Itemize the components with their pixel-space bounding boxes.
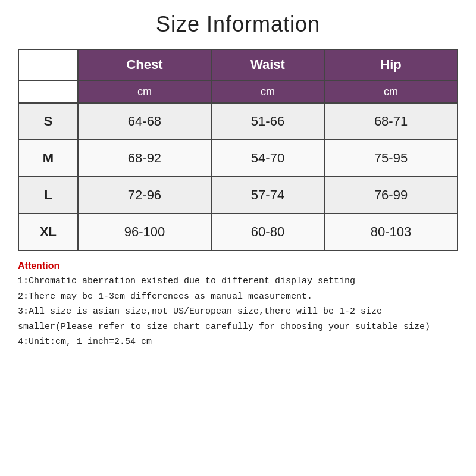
chest-s: 64-68 bbox=[78, 103, 211, 140]
attention-section: Attention 1:Chromatic aberration existed… bbox=[18, 261, 458, 350]
waist-xl: 60-80 bbox=[211, 214, 324, 250]
attention-note-4: 4:Unit:cm, 1 inch=2.54 cm bbox=[18, 334, 458, 350]
attention-note-1: 1:Chromatic aberration existed due to di… bbox=[18, 274, 458, 289]
attention-title: Attention bbox=[18, 261, 458, 271]
attention-note-3: 3:All size is asian size,not US/European… bbox=[18, 304, 458, 334]
hip-s: 68-71 bbox=[324, 103, 458, 140]
size-table: size Chest Waist Hip cm cm cm S 64-68 51… bbox=[18, 49, 458, 251]
hip-l: 76-99 bbox=[324, 177, 458, 214]
size-label-m: M bbox=[18, 140, 78, 177]
table-row: S 64-68 51-66 68-71 bbox=[18, 103, 458, 140]
table-row: XL 96-100 60-80 80-103 bbox=[18, 214, 458, 250]
unit-waist: cm bbox=[211, 80, 324, 103]
size-label-s: S bbox=[18, 103, 78, 140]
waist-l: 57-74 bbox=[211, 177, 324, 214]
size-label-l: L bbox=[18, 177, 78, 214]
chest-l: 72-96 bbox=[78, 177, 211, 214]
hip-m: 75-95 bbox=[324, 140, 458, 177]
table-unit-row: cm cm cm bbox=[18, 80, 458, 103]
page-container: Size Information size Chest Waist Hip cm… bbox=[0, 0, 476, 476]
chest-xl: 96-100 bbox=[78, 214, 211, 250]
col-header-waist: Waist bbox=[211, 49, 324, 80]
hip-xl: 80-103 bbox=[324, 214, 458, 250]
waist-m: 54-70 bbox=[211, 140, 324, 177]
waist-s: 51-66 bbox=[211, 103, 324, 140]
chest-m: 68-92 bbox=[78, 140, 211, 177]
size-label-xl: XL bbox=[18, 214, 78, 250]
col-header-hip: Hip bbox=[324, 49, 458, 80]
table-row: L 72-96 57-74 76-99 bbox=[18, 177, 458, 214]
col-header-chest: Chest bbox=[78, 49, 211, 80]
corner-cell: size bbox=[18, 49, 78, 80]
unit-hip: cm bbox=[324, 80, 458, 103]
unit-chest: cm bbox=[78, 80, 211, 103]
attention-note-2: 2:There may be 1-3cm differences as manu… bbox=[18, 289, 458, 305]
attention-notes: 1:Chromatic aberration existed due to di… bbox=[18, 274, 458, 350]
page-title: Size Information bbox=[156, 12, 320, 37]
table-row: M 68-92 54-70 75-95 bbox=[18, 140, 458, 177]
unit-corner bbox=[18, 80, 78, 103]
table-header-row: size Chest Waist Hip bbox=[18, 49, 458, 80]
